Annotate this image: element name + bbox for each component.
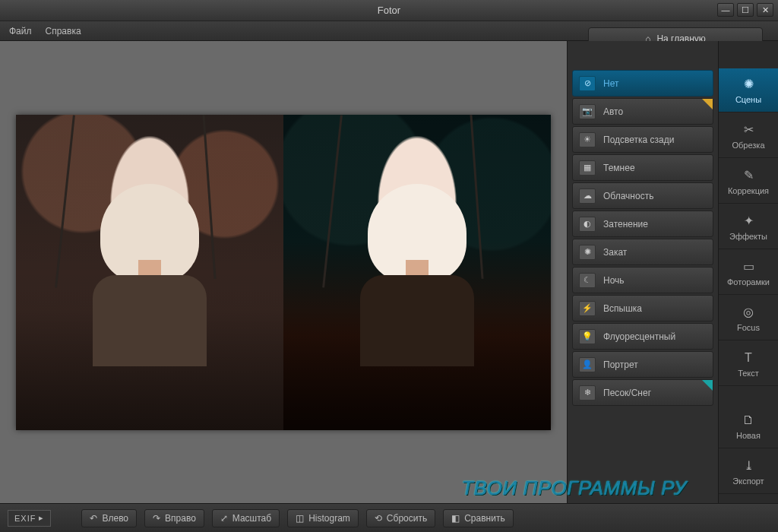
scene-label: Затенение bbox=[603, 219, 648, 230]
scene-item-11[interactable]: ❄Песок/Снег bbox=[572, 379, 713, 406]
tool-icon: ✎ bbox=[741, 168, 756, 183]
scene-icon: ⊘ bbox=[579, 76, 596, 91]
reset-button[interactable]: ⟲ Сбросить bbox=[366, 509, 435, 527]
scene-item-9[interactable]: 💡Флуоресцентный bbox=[572, 323, 713, 350]
histogram-button[interactable]: ◫ Histogram bbox=[287, 509, 359, 527]
scene-label: Закат bbox=[603, 247, 627, 258]
scene-icon: ✺ bbox=[579, 245, 596, 260]
compare-label: Сравнить bbox=[464, 513, 504, 524]
tool-icon: T bbox=[741, 350, 756, 366]
exif-button[interactable]: EXIF ▸ bbox=[8, 510, 51, 527]
tool-label: Экспорт bbox=[732, 477, 764, 486]
scene-icon: 👤 bbox=[579, 357, 596, 372]
tool-icon: ▭ bbox=[741, 259, 756, 274]
scene-icon: ❄ bbox=[579, 385, 596, 401]
scene-icon: ☀ bbox=[579, 132, 596, 147]
bottombar: EXIF ▸ ↶ Влево ↷ Вправо ⤢ Масштаб ◫ Hist… bbox=[0, 503, 778, 532]
reset-icon: ⟲ bbox=[375, 513, 382, 524]
image-processed bbox=[283, 115, 551, 430]
tool-icon: ✦ bbox=[741, 214, 756, 229]
scene-item-4[interactable]: ☁Облачность bbox=[572, 182, 713, 209]
image-original bbox=[16, 115, 283, 430]
scale-label: Масштаб bbox=[232, 513, 271, 524]
close-button[interactable]: ✕ bbox=[757, 3, 773, 17]
rotate-left-label: Влево bbox=[102, 513, 128, 524]
compare-icon: ◧ bbox=[451, 513, 460, 524]
tool-обрезка[interactable]: ✂Обрезка bbox=[719, 114, 778, 158]
tool-фоторамки[interactable]: ▭Фоторамки bbox=[719, 251, 778, 295]
scene-label: Ночь bbox=[603, 275, 625, 286]
tool-новая[interactable]: 🗋Новая bbox=[719, 404, 778, 448]
tool-label: Текст bbox=[738, 369, 759, 378]
menu-help[interactable]: Справка bbox=[46, 26, 81, 36]
maximize-button[interactable]: ☐ bbox=[737, 3, 754, 17]
scale-icon: ⤢ bbox=[220, 513, 228, 524]
scale-button[interactable]: ⤢ Масштаб bbox=[212, 509, 280, 527]
scene-icon: 📷 bbox=[579, 104, 596, 119]
minimize-button[interactable]: — bbox=[717, 3, 734, 17]
scene-item-5[interactable]: ◐Затенение bbox=[572, 211, 713, 237]
rotate-right-icon: ↷ bbox=[153, 513, 160, 524]
scene-label: Авто bbox=[603, 106, 623, 117]
histogram-label: Histogram bbox=[308, 513, 350, 524]
scene-item-7[interactable]: ☾Ночь bbox=[572, 267, 713, 293]
compare-button[interactable]: ◧ Сравнить bbox=[443, 509, 513, 527]
tool-экспорт[interactable]: ⤓Экспорт bbox=[719, 450, 778, 494]
window-controls: — ☐ ✕ bbox=[717, 3, 773, 17]
main: ⊘Нет📷Авто☀Подсветка сзади▦Темнее☁Облачно… bbox=[0, 41, 778, 503]
tool-эффекты[interactable]: ✦Эффекты bbox=[719, 205, 778, 249]
rotate-left-icon: ↶ bbox=[90, 513, 97, 524]
scene-label: Песок/Снег bbox=[603, 388, 651, 398]
corner-badge bbox=[702, 380, 713, 391]
scene-icon: ▦ bbox=[579, 160, 596, 176]
menu-file[interactable]: Файл bbox=[9, 26, 32, 36]
tool-icon: ⤓ bbox=[741, 458, 756, 473]
rotate-right-label: Вправо bbox=[165, 513, 196, 524]
canvas-area bbox=[0, 41, 567, 503]
rotate-left-button[interactable]: ↶ Влево bbox=[81, 509, 137, 527]
scene-icon: 💡 bbox=[579, 329, 596, 344]
tool-icon: 🗋 bbox=[741, 413, 756, 428]
tool-текст[interactable]: TТекст bbox=[719, 342, 778, 386]
scene-item-8[interactable]: ⚡Вспышка bbox=[572, 295, 713, 321]
tool-сцены[interactable]: ✺Сцены bbox=[719, 68, 778, 112]
scene-label: Нет bbox=[603, 78, 618, 89]
tool-label: Focus bbox=[737, 323, 760, 332]
scene-label: Облачность bbox=[603, 191, 653, 201]
scene-label: Вспышка bbox=[603, 303, 642, 314]
scene-label: Портрет bbox=[603, 359, 638, 370]
tool-коррекция[interactable]: ✎Коррекция bbox=[719, 160, 778, 204]
tool-label: Фоторамки bbox=[727, 277, 770, 287]
tool-label: Коррекция bbox=[728, 186, 769, 195]
image-compare bbox=[16, 115, 551, 430]
tool-focus[interactable]: ◎Focus bbox=[719, 296, 778, 340]
rotate-right-button[interactable]: ↷ Вправо bbox=[144, 509, 204, 527]
exif-label: EXIF bbox=[14, 514, 36, 523]
tool-label: Сцены bbox=[735, 95, 761, 104]
scene-item-0[interactable]: ⊘Нет bbox=[572, 70, 713, 97]
scene-icon: ⚡ bbox=[579, 301, 596, 316]
scene-item-1[interactable]: 📷Авто bbox=[572, 98, 713, 125]
tool-icon: ◎ bbox=[741, 305, 756, 320]
corner-badge bbox=[702, 99, 713, 109]
tool-icon: ✺ bbox=[741, 77, 756, 92]
scene-panel: ⊘Нет📷Авто☀Подсветка сзади▦Темнее☁Облачно… bbox=[567, 41, 719, 503]
scene-label: Флуоресцентный bbox=[603, 331, 675, 342]
histogram-icon: ◫ bbox=[296, 513, 304, 524]
chevron-right-icon: ▸ bbox=[39, 513, 44, 523]
tool-icon: ✂ bbox=[741, 122, 756, 138]
scene-label: Темнее bbox=[603, 163, 635, 173]
scene-item-6[interactable]: ✺Закат bbox=[572, 239, 713, 265]
scene-icon: ☁ bbox=[579, 188, 596, 204]
tool-label: Эффекты bbox=[729, 232, 767, 241]
titlebar: Fotor — ☐ ✕ bbox=[0, 0, 778, 21]
scene-item-2[interactable]: ☀Подсветка сзади bbox=[572, 126, 713, 153]
app-title: Fotor bbox=[0, 5, 778, 16]
tool-label: Обрезка bbox=[732, 141, 764, 150]
scene-item-3[interactable]: ▦Темнее bbox=[572, 154, 713, 181]
scene-icon: ◐ bbox=[579, 217, 596, 232]
tool-rail: ✺Сцены✂Обрезка✎Коррекция✦Эффекты▭Фоторам… bbox=[719, 41, 778, 503]
scene-icon: ☾ bbox=[579, 273, 596, 288]
scene-item-10[interactable]: 👤Портрет bbox=[572, 351, 713, 378]
tool-label: Новая bbox=[736, 431, 761, 440]
